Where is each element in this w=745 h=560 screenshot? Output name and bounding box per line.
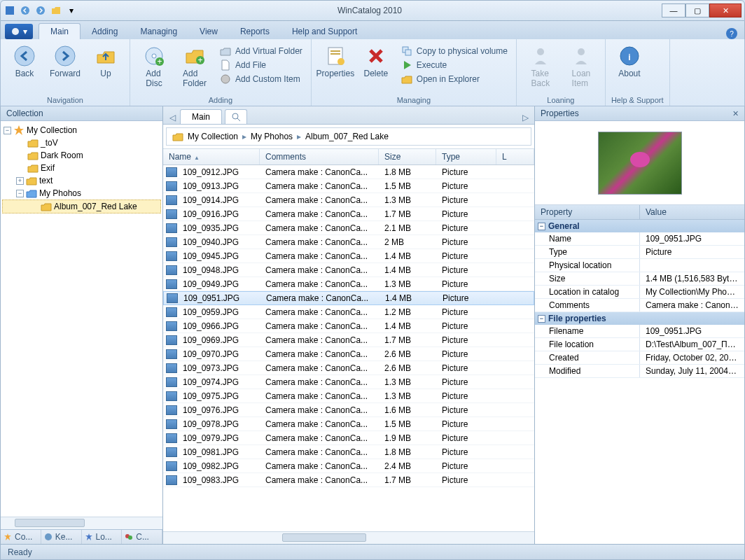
about-button[interactable]: iAbout <box>611 42 648 78</box>
collapse-icon[interactable]: − <box>538 315 545 323</box>
tab-view[interactable]: View <box>188 24 229 39</box>
close-panel-icon[interactable]: ✕ <box>732 109 739 118</box>
open-explorer-button[interactable]: Open in Explorer <box>398 73 510 85</box>
tab-nav-right-icon[interactable]: ▷ <box>519 111 531 124</box>
tab-nav-left-icon[interactable]: ◁ <box>166 111 179 124</box>
property-row[interactable]: Name109_0951.JPG <box>535 232 744 246</box>
col-comments[interactable]: Comments <box>260 149 379 164</box>
table-row[interactable]: 109_0945.JPGCamera make : CanonCa...1.4 … <box>163 249 534 263</box>
app-menu-button[interactable]: ▾ <box>5 24 33 39</box>
tab-reports[interactable]: Reports <box>229 24 281 39</box>
table-row[interactable]: 109_0940.JPGCamera make : CanonCa...2 MB… <box>163 235 534 249</box>
tab-main[interactable]: Main <box>39 23 81 39</box>
table-row[interactable]: 109_0959.JPGCamera make : CanonCa...1.2 … <box>163 305 534 319</box>
property-row[interactable]: CreatedFriday, October 02, 2009... <box>535 351 744 365</box>
expand-icon[interactable]: + <box>16 177 24 185</box>
collapse-icon[interactable]: − <box>4 127 11 134</box>
tree-node[interactable]: Dark Room <box>2 149 161 162</box>
table-row[interactable]: 109_0949.JPGCamera make : CanonCa...1.3 … <box>163 277 534 291</box>
property-group-header[interactable]: −General <box>535 220 744 232</box>
tree-node[interactable]: Album_007_Red Lake <box>2 200 161 214</box>
property-row[interactable]: TypePicture <box>535 246 744 259</box>
add-virtual-folder-button[interactable]: Add Virtual Folder <box>217 45 305 57</box>
tree-root[interactable]: −My Collection <box>2 124 161 136</box>
tree-node[interactable]: −My Phohos <box>2 187 161 200</box>
table-row[interactable]: 109_0914.JPGCamera make : CanonCa...1.3 … <box>163 193 534 207</box>
qat-dropdown-icon[interactable]: ▾ <box>65 4 78 17</box>
tab-help[interactable]: Help and Support <box>281 24 368 39</box>
property-group-header[interactable]: −File properties <box>535 312 744 325</box>
execute-button[interactable]: Execute <box>398 59 510 71</box>
property-row[interactable]: File locationD:\Test\Album_007_Пр... <box>535 338 744 351</box>
pg-header-value[interactable]: Value <box>640 205 744 219</box>
table-row[interactable]: 109_0916.JPGCamera make : CanonCa...1.7 … <box>163 207 534 221</box>
take-back-button[interactable]: TakeBack <box>522 42 559 88</box>
file-tab-search[interactable] <box>225 109 247 124</box>
table-row[interactable]: 109_0966.JPGCamera make : CanonCa...1.4 … <box>163 319 534 333</box>
forward-button[interactable]: Forward <box>47 42 83 78</box>
tree-node[interactable]: _toV <box>2 136 161 149</box>
table-row[interactable]: 109_0983.JPGCamera make : CanonCa...1.7 … <box>163 473 534 487</box>
table-row[interactable]: 109_0935.JPGCamera make : CanonCa...2.1 … <box>163 221 534 235</box>
col-size[interactable]: Size <box>379 149 436 164</box>
breadcrumb-0[interactable]: My Collection <box>188 132 238 141</box>
table-row[interactable]: 109_0951.JPGCamera make : CanonCa...1.4 … <box>163 291 534 305</box>
property-row[interactable]: ModifiedSunday, July 11, 2004 2:... <box>535 365 744 378</box>
table-row[interactable]: 109_0981.JPGCamera make : CanonCa...1.8 … <box>163 445 534 459</box>
property-row[interactable]: CommentsCamera make : CanonC... <box>535 299 744 312</box>
table-row[interactable]: 109_0913.JPGCamera make : CanonCa...1.5 … <box>163 179 534 193</box>
qat-folder-icon[interactable] <box>50 4 62 17</box>
add-custom-item-button[interactable]: Add Custom Item <box>217 73 305 85</box>
property-row[interactable]: Size1.4 MB (1,516,583 Bytes) <box>535 272 744 286</box>
table-row[interactable]: 109_0976.JPGCamera make : CanonCa...1.6 … <box>163 403 534 417</box>
close-button[interactable]: ✕ <box>709 4 741 18</box>
back-button[interactable]: Back <box>6 42 43 78</box>
col-type[interactable]: Type <box>436 149 496 164</box>
breadcrumb-1[interactable]: My Phohos <box>251 132 293 141</box>
table-row[interactable]: 109_0948.JPGCamera make : CanonCa...1.4 … <box>163 263 534 277</box>
collection-tree[interactable]: −My Collection _toVDark RoomExif+text−My… <box>1 121 162 517</box>
property-row[interactable]: Filename109_0951.JPG <box>535 325 744 338</box>
tree-hscrollbar[interactable] <box>1 517 162 529</box>
table-row[interactable]: 109_0970.JPGCamera make : CanonCa...2.6 … <box>163 347 534 361</box>
table-row[interactable]: 109_0978.JPGCamera make : CanonCa...1.5 … <box>163 417 534 431</box>
tree-node[interactable]: +text <box>2 174 161 187</box>
tab-managing[interactable]: Managing <box>129 24 188 39</box>
col-name[interactable]: Name▲ <box>163 149 260 164</box>
qat-forward-icon[interactable] <box>34 4 47 17</box>
table-row[interactable]: 109_0974.JPGCamera make : CanonCa...1.3 … <box>163 375 534 389</box>
copy-physical-button[interactable]: Copy to physical volume <box>398 45 510 57</box>
tree-node[interactable]: Exif <box>2 162 161 174</box>
add-folder-button[interactable]: +AddFolder <box>176 42 213 88</box>
table-row[interactable]: 109_0982.JPGCamera make : CanonCa...2.4 … <box>163 459 534 473</box>
property-grid[interactable]: −GeneralName109_0951.JPGTypePicturePhysi… <box>535 220 744 544</box>
breadcrumb-2[interactable]: Album_007_Red Lake <box>305 132 389 141</box>
breadcrumb[interactable]: My Collection▸ My Phohos▸ Album_007_Red … <box>166 127 531 146</box>
maximize-button[interactable]: ▢ <box>685 4 709 18</box>
qat-save-icon[interactable] <box>4 4 16 17</box>
up-button[interactable]: Up <box>88 42 124 78</box>
delete-button[interactable]: Delete <box>358 42 394 78</box>
table-row[interactable]: 109_0973.JPGCamera make : CanonCa...2.6 … <box>163 361 534 375</box>
table-row[interactable]: 109_0975.JPGCamera make : CanonCa...1.3 … <box>163 389 534 403</box>
qat-back-icon[interactable] <box>19 4 32 17</box>
property-row[interactable]: Location in catalogMy Collection\My Phoh… <box>535 286 744 299</box>
help-icon[interactable]: ? <box>726 28 737 39</box>
table-row[interactable]: 109_0979.JPGCamera make : CanonCa...1.9 … <box>163 431 534 445</box>
tab-adding[interactable]: Adding <box>81 24 129 39</box>
add-disc-button[interactable]: +AddDisc <box>136 42 172 88</box>
file-hscrollbar[interactable] <box>163 531 534 544</box>
file-rows[interactable]: 109_0912.JPGCamera make : CanonCa...1.8 … <box>163 165 534 531</box>
minimize-button[interactable]: — <box>662 4 685 18</box>
col-extra[interactable]: L <box>496 149 534 164</box>
btab-keywords[interactable]: Ke... <box>41 530 82 544</box>
collapse-icon[interactable]: − <box>538 223 545 230</box>
file-tab-main[interactable]: Main <box>180 109 222 124</box>
btab-contacts[interactable]: C... <box>122 530 162 544</box>
table-row[interactable]: 109_0969.JPGCamera make : CanonCa...1.7 … <box>163 333 534 347</box>
properties-button[interactable]: Properties <box>317 42 354 78</box>
loan-item-button[interactable]: LoanItem <box>563 42 599 88</box>
btab-collection[interactable]: Co... <box>1 530 41 544</box>
pg-header-property[interactable]: Property <box>535 205 640 219</box>
table-row[interactable]: 109_0912.JPGCamera make : CanonCa...1.8 … <box>163 165 534 179</box>
